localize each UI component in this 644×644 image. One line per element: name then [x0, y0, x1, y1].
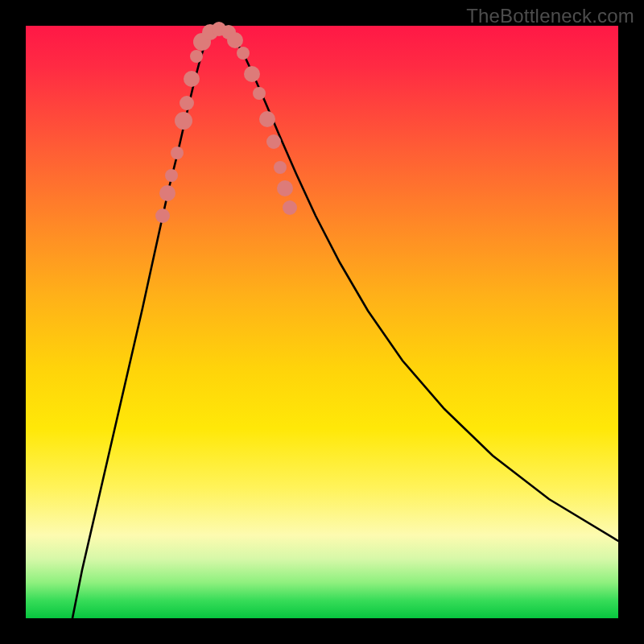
bead-marker	[171, 147, 184, 159]
plot-area	[26, 26, 618, 618]
bead-marker	[184, 71, 200, 87]
bead-marker	[244, 66, 260, 82]
chart-frame: TheBottleneck.com	[0, 0, 644, 644]
bead-marker	[259, 111, 275, 127]
curve-svg	[26, 26, 618, 618]
bead-marker	[180, 96, 194, 110]
bead-marker	[237, 47, 250, 60]
bead-marker	[266, 134, 281, 149]
bead-marker	[283, 200, 297, 215]
bead-marker	[175, 112, 192, 130]
bead-marker	[253, 87, 266, 100]
bead-group	[155, 22, 297, 223]
bead-marker	[159, 185, 175, 201]
bottleneck-curve	[72, 31, 618, 618]
bead-marker	[227, 32, 243, 48]
bead-marker	[155, 208, 170, 223]
watermark-text: TheBottleneck.com	[466, 5, 634, 27]
bead-marker	[277, 180, 293, 196]
bead-marker	[190, 50, 203, 63]
bead-marker	[165, 169, 178, 182]
bead-marker	[274, 161, 287, 174]
